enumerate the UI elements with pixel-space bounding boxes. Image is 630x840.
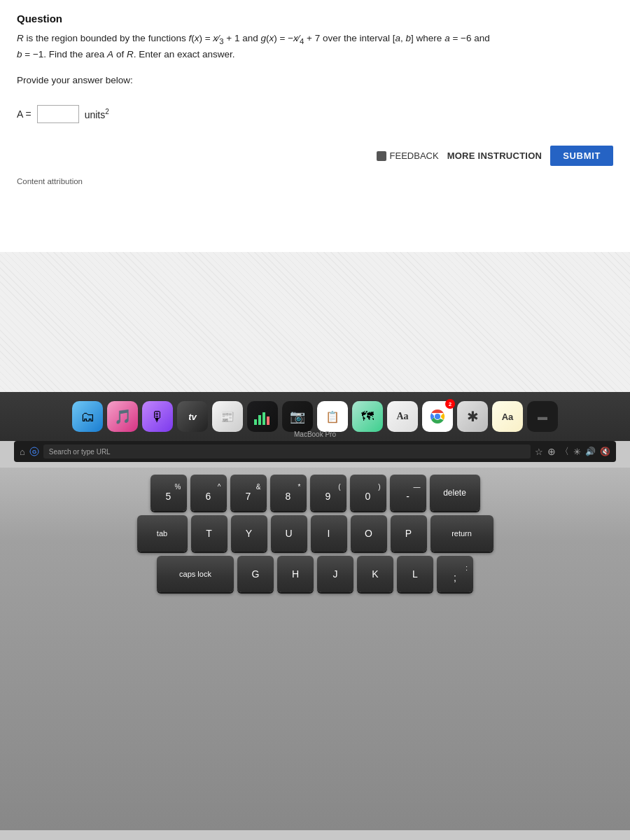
- key-delete-label: delete: [443, 488, 466, 498]
- key-8[interactable]: * 8: [270, 475, 307, 511]
- dock-reminders[interactable]: 📋: [317, 401, 348, 432]
- key-y[interactable]: Y: [231, 515, 267, 552]
- key-5-top: %: [175, 484, 181, 491]
- key-dash-main: -: [406, 491, 410, 502]
- key-y-label: Y: [246, 528, 252, 539]
- dock-tv-app[interactable]: ▬: [527, 401, 558, 432]
- key-caps[interactable]: caps lock: [157, 556, 234, 592]
- key-i[interactable]: I: [311, 515, 347, 552]
- back-icon[interactable]: 〈: [560, 445, 569, 458]
- key-t-label: T: [206, 528, 212, 539]
- volume-icon[interactable]: 🔊: [585, 447, 596, 456]
- key-9-top: (: [338, 484, 340, 491]
- key-j-label: J: [333, 568, 338, 580]
- svg-rect-3: [267, 416, 270, 425]
- key-l[interactable]: L: [397, 556, 433, 592]
- dock-fontbook[interactable]: Aa: [387, 401, 418, 432]
- key-h[interactable]: H: [277, 556, 314, 592]
- dock-music[interactable]: 🎵: [107, 401, 138, 432]
- dock-facetime[interactable]: 📷: [282, 401, 313, 432]
- key-g-label: G: [252, 568, 260, 580]
- dock-appletv[interactable]: tv: [177, 401, 208, 432]
- key-i-label: I: [328, 528, 330, 539]
- svg-rect-1: [258, 415, 261, 425]
- answer-input[interactable]: [37, 105, 79, 123]
- key-semicolon-top: :: [465, 565, 468, 572]
- key-dash[interactable]: — -: [390, 475, 426, 511]
- key-7-top: &: [256, 484, 261, 491]
- feedback-button[interactable]: FEEDBACK: [377, 150, 439, 161]
- mute-icon[interactable]: 🔇: [600, 447, 610, 456]
- touch-bar: ⌂ G Search or type URL ☆ ⊕ 〈 ✳ 🔊 🔇: [14, 441, 616, 462]
- new-tab-icon[interactable]: ⊕: [547, 446, 556, 457]
- submit-button[interactable]: SUBMIT: [550, 146, 613, 166]
- question-title: Question: [17, 13, 613, 24]
- fontbook-icon: Aa: [396, 411, 408, 422]
- home-icon[interactable]: ⌂: [20, 447, 25, 457]
- key-9[interactable]: ( 9: [310, 475, 346, 511]
- dock-bar: 🗂 🎵 🎙 tv 📰 📷 📋 🗺 Aa: [0, 392, 630, 441]
- keyboard-inner: % 5 ^ 6 & 7 * 8 ( 9 ) 0: [14, 475, 616, 592]
- appletv-icon: tv: [188, 412, 197, 422]
- key-6[interactable]: ^ 6: [190, 475, 227, 511]
- provide-label: Provide your answer below:: [17, 75, 613, 85]
- dock-finder[interactable]: 🗂: [72, 401, 103, 432]
- key-tab[interactable]: tab: [137, 515, 188, 552]
- key-tab-label: tab: [157, 529, 167, 538]
- key-o[interactable]: O: [351, 515, 387, 552]
- key-u-label: U: [285, 528, 292, 539]
- keyboard-area: % 5 ^ 6 & 7 * 8 ( 9 ) 0: [0, 468, 630, 830]
- question-text: R is the region bounded by the functions…: [17, 33, 490, 59]
- svg-point-6: [435, 414, 440, 419]
- dock-news[interactable]: 📰: [212, 401, 243, 432]
- key-semicolon[interactable]: : ;: [437, 556, 473, 592]
- key-l-label: L: [412, 568, 418, 580]
- bluetooth-icon: ✱: [467, 408, 479, 425]
- finder-icon: 🗂: [80, 409, 94, 425]
- chrome-badge: 2: [445, 399, 455, 409]
- content-area: Question R is the region bounded by the …: [0, 0, 630, 252]
- key-5-main: 5: [166, 491, 172, 502]
- key-k[interactable]: K: [357, 556, 393, 592]
- svg-text:G: G: [32, 449, 36, 455]
- key-p[interactable]: P: [391, 515, 427, 552]
- key-u[interactable]: U: [271, 515, 307, 552]
- bookmark-icon[interactable]: ☆: [535, 447, 543, 457]
- content-attribution[interactable]: Content attribution: [17, 177, 613, 186]
- svg-rect-0: [254, 419, 257, 425]
- key-caps-label: caps lock: [179, 570, 211, 578]
- dock-chrome[interactable]: 2: [422, 401, 453, 432]
- podcasts-icon: 🎙: [150, 409, 164, 425]
- dock-stocks[interactable]: [247, 401, 278, 432]
- key-h-label: H: [292, 568, 299, 580]
- key-7[interactable]: & 7: [230, 475, 267, 511]
- key-t[interactable]: T: [191, 515, 227, 552]
- browser-area: Question R is the region bounded by the …: [0, 0, 630, 392]
- feedback-label: FEEDBACK: [390, 150, 439, 161]
- key-o-label: O: [365, 528, 372, 539]
- units-label: units2: [85, 108, 109, 120]
- more-instruction-button[interactable]: MORE INSTRUCTION: [447, 150, 542, 161]
- key-delete[interactable]: delete: [430, 475, 480, 511]
- svg-rect-2: [262, 412, 265, 425]
- action-bar: FEEDBACK MORE INSTRUCTION SUBMIT: [17, 146, 613, 173]
- dock-podcasts[interactable]: 🎙: [142, 401, 173, 432]
- key-0-top: ): [378, 484, 380, 491]
- dock-bluetooth[interactable]: ✱: [457, 401, 488, 432]
- key-0[interactable]: ) 0: [350, 475, 386, 511]
- key-j[interactable]: J: [317, 556, 354, 592]
- key-k-label: K: [372, 568, 378, 580]
- dock-maps[interactable]: 🗺: [352, 401, 383, 432]
- question-body: R is the region bounded by the functions…: [17, 31, 613, 62]
- key-g[interactable]: G: [237, 556, 274, 592]
- dock-dictionary[interactable]: Aa: [492, 401, 523, 432]
- key-return[interactable]: return: [430, 515, 493, 552]
- tv-app-icon: ▬: [538, 411, 547, 422]
- key-6-main: 6: [206, 491, 211, 502]
- key-7-main: 7: [246, 491, 251, 502]
- address-text: Search or type URL: [49, 448, 111, 456]
- key-5[interactable]: % 5: [150, 475, 187, 511]
- address-bar[interactable]: Search or type URL: [43, 444, 531, 458]
- facetime-icon: 📷: [290, 409, 305, 424]
- settings-icon[interactable]: ✳: [573, 447, 581, 457]
